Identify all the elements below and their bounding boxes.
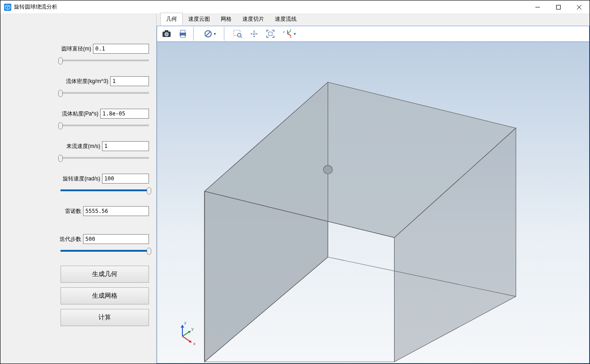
svg-rect-16 (253, 33, 255, 35)
param-input[interactable] (83, 234, 149, 244)
generate-mesh-button[interactable]: 生成网格 (60, 287, 149, 304)
tab[interactable]: 几何 (160, 13, 183, 26)
slider[interactable] (60, 92, 149, 94)
tab[interactable]: 速度切片 (237, 13, 269, 25)
app-icon (4, 4, 11, 11)
axis-x-label: x (193, 341, 195, 346)
tab[interactable]: 速度云图 (183, 13, 215, 25)
param-input[interactable] (102, 141, 149, 151)
slider[interactable] (60, 189, 149, 191)
no-symbol-icon[interactable]: ▼ (200, 27, 221, 41)
svg-point-7 (165, 32, 168, 36)
param-input[interactable] (83, 206, 149, 216)
viewport-3d[interactable]: x y z (157, 42, 590, 364)
param-input[interactable] (100, 109, 149, 119)
toolbar: ▼zyx▼ (157, 26, 590, 42)
svg-point-32 (323, 165, 332, 174)
param-input[interactable] (93, 44, 149, 54)
axis-z-label: z (184, 320, 186, 325)
close-button[interactable] (569, 0, 590, 14)
slider[interactable] (60, 250, 149, 252)
zoom-rect-icon[interactable] (230, 27, 246, 41)
tab[interactable]: 速度流线 (269, 13, 302, 25)
param-label: 流体密度(kg/m^3) (66, 78, 108, 85)
param-label: 来流速度(m/s) (66, 143, 100, 150)
svg-line-15 (241, 37, 242, 38)
slider[interactable] (60, 124, 149, 126)
content-area: 几何速度云图网格速度切片速度流线 ▼zyx▼ (157, 14, 590, 364)
tab[interactable]: 网格 (215, 13, 237, 25)
param-label: 旋转速度(rad/s) (63, 175, 100, 183)
camera-icon[interactable] (159, 27, 174, 41)
maximize-button[interactable] (548, 0, 569, 14)
pan-icon[interactable] (246, 27, 262, 41)
svg-rect-13 (234, 30, 240, 36)
param-input[interactable] (102, 174, 149, 184)
sidebar: 圆球直径(m)流体密度(kg/m^3)流体粘度(Pa*s)来流速度(m/s)旋转… (0, 14, 157, 364)
window-title: 旋转圆球绕流分析 (14, 3, 57, 11)
svg-rect-9 (181, 30, 185, 33)
slider[interactable] (60, 157, 149, 159)
toolbar-separator (193, 27, 197, 41)
param-label: 雷诺数 (65, 207, 81, 215)
compute-button[interactable]: 计算 (60, 309, 149, 326)
svg-text:x: x (290, 35, 292, 38)
app-window: 旋转圆球绕流分析 圆球直径(m)流体密度(kg/m^3)流体粘度(Pa*s)来流… (0, 0, 590, 364)
param-label: 流体粘度(Pa*s) (62, 110, 98, 118)
minimize-button[interactable] (527, 0, 548, 14)
svg-point-14 (237, 33, 241, 37)
axes-xyz-icon[interactable]: zyx▼ (279, 27, 301, 41)
zoom-fit-icon[interactable] (263, 27, 278, 41)
toolbar-separator (224, 27, 228, 41)
param-label: 迭代步数 (60, 235, 81, 243)
svg-rect-2 (557, 5, 561, 9)
tabs: 几何速度云图网格速度切片速度流线 (157, 14, 590, 26)
slider[interactable] (60, 60, 149, 61)
generate-geometry-button[interactable]: 生成几何 (60, 266, 149, 283)
print-icon[interactable] (175, 27, 190, 41)
svg-marker-38 (181, 325, 184, 328)
axis-y-label: y (191, 326, 194, 331)
param-input[interactable] (110, 76, 149, 86)
param-label: 圆球直径(m) (61, 45, 91, 53)
svg-line-12 (206, 32, 210, 36)
svg-line-19 (288, 31, 290, 34)
svg-rect-17 (269, 32, 272, 36)
svg-rect-6 (165, 30, 168, 32)
svg-rect-10 (181, 35, 185, 37)
svg-text:z: z (283, 30, 285, 33)
titlebar: 旋转圆球绕流分析 (0, 0, 590, 14)
